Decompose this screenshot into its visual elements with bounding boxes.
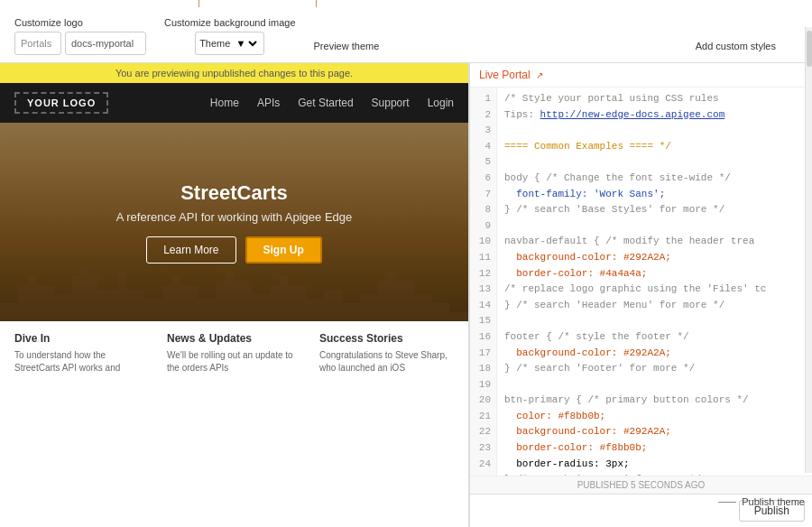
footer-news-title: News & Updates [167, 332, 301, 345]
footer-dive-in-text: To understand how the StreetCarts API wo… [14, 349, 149, 374]
theme-select-wrap[interactable]: Theme ▼ [195, 32, 264, 55]
published-status: PUBLISHED 5 SECONDS AGO [577, 480, 706, 490]
nav-home[interactable]: Home [210, 97, 239, 109]
sign-up-button[interactable]: Sign Up [245, 236, 322, 264]
preview-panel: You are previewing unpublished changes t… [0, 63, 469, 527]
footer-col-success: Success Stories Congratulations to Steve… [319, 332, 454, 374]
customize-logo-label: Customize logo [14, 17, 83, 28]
portal-footer-section: Dive In To understand how the StreetCart… [0, 321, 468, 385]
publish-theme-label: Publish theme [742, 496, 805, 507]
customize-bg-label: Customize background image [164, 17, 296, 28]
portal-logo: YOUR LOGO [14, 92, 108, 114]
nav-apis[interactable]: APIs [257, 97, 280, 109]
publish-theme-annotation: Publish theme [718, 496, 805, 507]
theme-select[interactable]: ▼ [232, 37, 260, 50]
nav-get-started[interactable]: Get Started [298, 97, 353, 109]
footer-news-text: We'll be rolling out an update to the or… [167, 349, 301, 374]
line-numbers: 1 2 3 4 5 6 7 8 9 10 11 12 13 14 15 16 1 [470, 88, 497, 476]
hero-title: StreetCarts [116, 181, 353, 205]
code-panel-header: Live Portal ↗ [470, 63, 812, 88]
add-custom-styles-label: Add custom styles [696, 41, 776, 51]
learn-more-button[interactable]: Learn More [146, 236, 235, 264]
live-portal-link[interactable]: Live Portal [479, 69, 531, 81]
hero-subtitle: A reference API for working with Apigee … [116, 210, 353, 224]
code-panel: Live Portal ↗ 1 2 3 4 5 6 7 8 9 10 11 12 [469, 63, 812, 527]
hero-content: StreetCarts A reference API for working … [116, 181, 353, 264]
theme-label: Theme [199, 38, 230, 49]
footer-col-news: News & Updates We'll be rolling out an u… [167, 332, 301, 374]
portals-input[interactable] [14, 32, 61, 55]
hero-buttons: Learn More Sign Up [116, 236, 353, 264]
footer-success-title: Success Stories [319, 332, 454, 345]
portal-nav-links: Home APIs Get Started Support Login [210, 97, 454, 109]
footer-success-text: Congratulations to Steve Sharp, who laun… [319, 349, 454, 374]
nav-login[interactable]: Login [428, 97, 454, 109]
external-link-icon: ↗ [536, 70, 543, 80]
footer-dive-in-title: Dive In [14, 332, 149, 345]
svg-marker-0 [0, 267, 468, 321]
nav-support[interactable]: Support [372, 97, 410, 109]
code-panel-footer: PUBLISHED 5 SECONDS AGO [470, 476, 812, 494]
docs-myportal-input[interactable] [65, 32, 146, 55]
code-content[interactable]: /* Style your portal using CSS rules Tip… [497, 88, 812, 476]
footer-col-dive-in: Dive In To understand how the StreetCart… [14, 332, 149, 374]
portal-nav: YOUR LOGO Home APIs Get Started Support … [0, 83, 468, 123]
preview-banner: You are previewing unpublished changes t… [0, 63, 468, 83]
code-editor[interactable]: 1 2 3 4 5 6 7 8 9 10 11 12 13 14 15 16 1 [470, 88, 812, 476]
hero-section: StreetCarts A reference API for working … [0, 123, 468, 321]
preview-theme-label: Preview theme [314, 41, 380, 51]
